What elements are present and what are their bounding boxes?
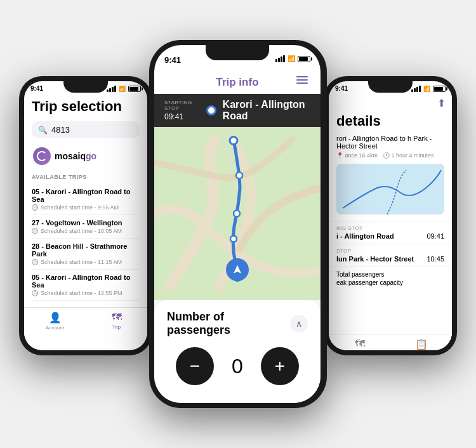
- time-right: 9:41: [335, 85, 348, 92]
- center-title: Trip info: [216, 76, 258, 89]
- trip-name-2: 27 - Vogeltown - Wellington: [32, 219, 140, 227]
- trip-time-4: 🕐 Scheduled start time - 12:55 PM: [32, 290, 140, 296]
- menu-icon[interactable]: [296, 76, 308, 84]
- svg-point-5: [230, 137, 237, 145]
- status-icons-center: 📶: [275, 55, 310, 62]
- clock-icon-3: 🕐: [32, 259, 38, 265]
- search-icon: 🔍: [38, 126, 48, 135]
- trip-name-1: 05 - Karori - Allington Road to Sea: [32, 188, 140, 203]
- counter-row: − 0 +: [167, 347, 308, 385]
- right-header: ⬆: [329, 93, 452, 113]
- nav-account[interactable]: 👤 Account: [24, 312, 86, 331]
- starting-stop-row: i - Allington Road 09:41: [336, 232, 444, 240]
- battery-left: [128, 86, 141, 92]
- svg-point-3: [234, 211, 240, 217]
- wifi-left: 📶: [119, 86, 126, 92]
- time-left: 9:41: [30, 85, 43, 92]
- left-bottom-nav: 👤 Account 🗺 Trip: [24, 307, 147, 336]
- trip-item-2[interactable]: 27 - Vogeltown - Wellington 🕐 Scheduled …: [32, 215, 140, 239]
- nav-arrow: [226, 258, 249, 281]
- clock-icon-1: 🕐: [32, 204, 38, 211]
- search-box[interactable]: 🔍 4813: [32, 121, 140, 138]
- ending-stop-label-right: STOP: [336, 248, 444, 254]
- mosaiq-logo-area: mosaiqgo: [32, 147, 140, 165]
- mosaiq-go-text: go: [86, 151, 96, 161]
- center-phone: 9:41 📶 Trip info: [149, 40, 327, 408]
- available-trips-label: AVAILABLE TRIPS: [32, 174, 140, 180]
- left-phone: 9:41 📶 Trip selection 🔍 4813: [19, 76, 152, 355]
- passengers-section: Total passengers eak passenger capacity: [329, 267, 452, 291]
- notch-center: [206, 45, 269, 60]
- ending-stop-name-right: lun Park - Hector Street: [336, 255, 414, 263]
- decrement-button[interactable]: −: [176, 347, 214, 385]
- mosaiq-text: mosaiq: [55, 151, 86, 161]
- right-phone: 9:41 📶 ⬆ details rori - Alling: [324, 76, 457, 355]
- account-icon: 👤: [49, 312, 62, 324]
- time-center: 9:41: [164, 53, 181, 65]
- trip-time-2: 🕐 Scheduled start time - 10:05 AM: [32, 228, 140, 234]
- right-route: rori - Allington Road to h Park - Hector…: [329, 135, 452, 150]
- trip-item-4[interactable]: 05 - Karori - Allington Road to Sea 🕐 Sc…: [32, 270, 140, 301]
- right-map-thumb: [336, 164, 444, 214]
- trip-icon: 🗺: [112, 312, 122, 323]
- log-icon-right: 📋: [415, 338, 428, 350]
- clock-icon-2: 🕐: [32, 228, 38, 234]
- signal-left: [107, 86, 116, 92]
- distance-text: 📍 ance 16.4km: [336, 152, 378, 159]
- status-icons-right: 📶: [411, 86, 446, 92]
- trip-icon-right: 🗺: [355, 338, 365, 350]
- trip-time-3: 🕐 Scheduled start time - 11:15 AM: [32, 259, 140, 265]
- mosaiq-wordmark: mosaiqgo: [55, 150, 96, 162]
- total-passengers-label: Total passengers: [336, 271, 444, 278]
- mosaiq-logo-circle: [33, 147, 51, 165]
- passenger-title: Number of passengers: [167, 310, 290, 337]
- passenger-header: Number of passengers ∧: [167, 310, 308, 337]
- duration-text: 🕐 1 hour 4 minutes: [383, 152, 434, 159]
- increment-button[interactable]: +: [261, 347, 299, 385]
- battery-right: [433, 86, 446, 92]
- nav-log-right[interactable]: 📋 Log: [390, 338, 452, 350]
- trip-time-1: 🕐 Scheduled start time - 9:55 AM: [32, 204, 140, 211]
- trip-label: Trip: [112, 324, 121, 330]
- wifi-center: 📶: [288, 55, 295, 62]
- chevron-up-btn[interactable]: ∧: [290, 315, 308, 333]
- peak-capacity-label: eak passenger capacity: [336, 279, 444, 286]
- signal-right: [411, 86, 421, 92]
- right-content: ⬆ details rori - Allington Road to h Par…: [329, 93, 452, 350]
- starting-stop-name-right: i - Allington Road: [336, 232, 394, 240]
- trip-item-3[interactable]: 28 - Beacon Hill - Strathmore Park 🕐 Sch…: [32, 239, 140, 270]
- notch-left: [63, 81, 108, 93]
- stop-time-display: STARTING STOP 09:41: [164, 100, 200, 121]
- starting-stop-bar: STARTING STOP 09:41 Karori - Allington R…: [154, 94, 321, 127]
- clock-icon-4: 🕐: [32, 290, 38, 296]
- trip-item-1[interactable]: 05 - Karori - Allington Road to Sea 🕐 Sc…: [32, 184, 140, 215]
- status-icons-left: 📶: [107, 86, 141, 92]
- starting-stop-time-right: 09:41: [426, 232, 444, 240]
- trip-list: 05 - Karori - Allington Road to Sea 🕐 Sc…: [32, 184, 140, 301]
- battery-center: [298, 56, 310, 62]
- starting-stop-name: Karori - Allington Road: [223, 99, 310, 122]
- trip-name-3: 28 - Beacon Hill - Strathmore Park: [32, 242, 140, 258]
- starting-stop-section: ING STOP i - Allington Road 09:41: [329, 221, 452, 244]
- starting-stop-label: STARTING STOP: [164, 100, 200, 111]
- ending-stop-row: lun Park - Hector Street 10:45: [336, 255, 444, 263]
- nav-trip[interactable]: 🗺 Trip: [86, 312, 147, 331]
- svg-point-2: [230, 236, 237, 242]
- trip-selection-title: Trip selection: [32, 98, 140, 115]
- ending-stop-section: STOP lun Park - Hector Street 10:45: [329, 244, 452, 267]
- center-header: Trip info: [154, 67, 321, 94]
- ending-stop-time-right: 10:45: [426, 255, 444, 263]
- nav-trip-right[interactable]: 🗺 Trip: [329, 338, 390, 350]
- account-label: Account: [46, 325, 64, 331]
- share-icon[interactable]: ⬆: [437, 97, 446, 109]
- starting-stop-label-right: ING STOP: [336, 225, 444, 231]
- passenger-panel: Number of passengers ∧ − 0 +: [154, 300, 321, 403]
- trip-name-4: 05 - Karori - Allington Road to Sea: [32, 273, 140, 289]
- starting-stop-time: 09:41: [164, 112, 200, 121]
- signal-center: [275, 55, 285, 62]
- svg-point-4: [236, 173, 242, 179]
- notch-right: [368, 81, 413, 93]
- stop-dot: [206, 105, 216, 115]
- right-meta: 📍 ance 16.4km 🕐 1 hour 4 minutes: [329, 152, 452, 164]
- passenger-count: 0: [232, 355, 243, 378]
